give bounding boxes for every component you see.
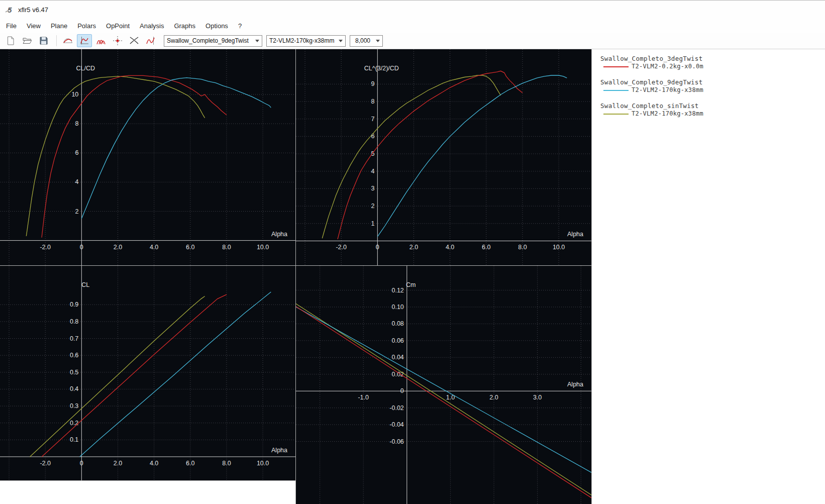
svg-text:2.0: 2.0 bbox=[409, 244, 418, 251]
svg-text:0.10: 0.10 bbox=[391, 304, 403, 311]
menu-item-file[interactable]: File bbox=[1, 20, 22, 32]
svg-text:6.0: 6.0 bbox=[482, 244, 490, 251]
operating-point-value: 8,000 bbox=[353, 37, 373, 44]
plane-select-dropdown[interactable]: Swallow_Completo_9degTwist bbox=[164, 35, 262, 47]
svg-text:0.06: 0.06 bbox=[391, 337, 403, 344]
window-title: xflr5 v6.47 bbox=[18, 6, 48, 14]
legend-plane-name: Swallow_Completo_sinTwist bbox=[592, 102, 825, 110]
cm-vs-alpha-chart[interactable]: -1.01.02.03.0-0.06-0.04-0.0200.020.040.0… bbox=[296, 266, 591, 504]
svg-text:2: 2 bbox=[75, 208, 78, 215]
crosshair-point-icon bbox=[112, 35, 123, 46]
svg-text:Alpha: Alpha bbox=[271, 447, 287, 454]
svg-text:10.0: 10.0 bbox=[257, 244, 269, 251]
open-file-button[interactable] bbox=[20, 34, 35, 47]
svg-text:0: 0 bbox=[400, 387, 404, 394]
operating-point-dropdown[interactable]: 8,000 bbox=[350, 35, 383, 47]
crossed-curves-icon bbox=[129, 35, 140, 46]
app-window: 5 xflr5 v6.47 File View Plane Polars OpP… bbox=[0, 0, 825, 504]
app-logo-icon: 5 bbox=[5, 5, 15, 15]
legend-polar-name: T2-VLM2-170kg-x38mm bbox=[632, 86, 703, 94]
main-area: -2.002.04.06.08.010.0246810CL/CDAlpha -2… bbox=[0, 49, 825, 504]
empty-area bbox=[0, 481, 295, 504]
svg-text:0.12: 0.12 bbox=[391, 287, 403, 294]
cp-view-button[interactable] bbox=[143, 34, 158, 47]
legend-entry: Swallow_Completo_sinTwist T2-VLM2-170kg-… bbox=[592, 102, 825, 118]
svg-text:10.0: 10.0 bbox=[553, 244, 565, 251]
svg-text:4.0: 4.0 bbox=[150, 244, 158, 251]
menu-item-polars[interactable]: Polars bbox=[72, 20, 101, 32]
svg-text:-0.04: -0.04 bbox=[389, 421, 404, 428]
chevron-down-icon bbox=[255, 40, 259, 42]
open-folder-icon bbox=[22, 36, 32, 46]
clcd-vs-alpha-chart[interactable]: -2.002.04.06.08.010.0246810CL/CDAlpha bbox=[0, 49, 295, 265]
svg-text:CL/CD: CL/CD bbox=[76, 65, 95, 72]
chevron-down-icon bbox=[376, 40, 380, 42]
charts-area: -2.002.04.06.08.010.0246810CL/CDAlpha -2… bbox=[0, 49, 592, 504]
airfoil-view-button[interactable] bbox=[60, 34, 75, 47]
toolbar: Swallow_Completo_9degTwist T2-VLM2-170kg… bbox=[0, 33, 825, 49]
svg-text:0.5: 0.5 bbox=[70, 369, 78, 376]
legend-plane-name: Swallow_Completo_9degTwist bbox=[592, 78, 825, 86]
menu-item-graphs[interactable]: Graphs bbox=[169, 20, 200, 32]
svg-text:0.2: 0.2 bbox=[70, 420, 78, 427]
polar-view-button[interactable] bbox=[93, 34, 109, 47]
oppoint-view-button[interactable] bbox=[77, 34, 92, 47]
svg-text:8: 8 bbox=[75, 120, 78, 127]
menu-item-oppoint[interactable]: OpPoint bbox=[101, 20, 135, 32]
svg-text:2.0: 2.0 bbox=[114, 244, 122, 251]
svg-text:0.02: 0.02 bbox=[391, 371, 403, 378]
svg-text:0.8: 0.8 bbox=[70, 318, 78, 325]
menu-item-analysis[interactable]: Analysis bbox=[135, 20, 169, 32]
chevron-down-icon bbox=[339, 40, 343, 42]
polar-curves-icon bbox=[95, 35, 107, 46]
menu-item-view[interactable]: View bbox=[22, 20, 46, 32]
svg-text:-0.02: -0.02 bbox=[389, 405, 404, 412]
svg-text:Alpha: Alpha bbox=[567, 381, 583, 388]
legend-line-sample bbox=[603, 66, 629, 67]
plane-select-value: Swallow_Completo_9degTwist bbox=[167, 37, 249, 44]
svg-text:0: 0 bbox=[376, 244, 379, 251]
menu-item-plane[interactable]: Plane bbox=[46, 20, 72, 32]
svg-text:6.0: 6.0 bbox=[186, 460, 194, 467]
stability-view-button[interactable] bbox=[127, 34, 142, 47]
svg-text:0: 0 bbox=[80, 244, 83, 251]
svg-text:2: 2 bbox=[371, 203, 374, 210]
svg-text:0: 0 bbox=[80, 460, 83, 467]
svg-text:7: 7 bbox=[371, 116, 374, 123]
svg-text:-2.0: -2.0 bbox=[40, 460, 51, 467]
legend-polar-name: T2-VLM2-0.2kg-x0.0m bbox=[632, 63, 703, 70]
svg-text:0.08: 0.08 bbox=[391, 320, 403, 327]
cl-vs-alpha-chart[interactable]: -2.002.04.06.08.010.00.10.20.30.40.50.60… bbox=[0, 266, 295, 480]
svg-text:4: 4 bbox=[75, 178, 78, 185]
svg-text:0.1: 0.1 bbox=[70, 436, 78, 443]
legend-line-sample bbox=[603, 114, 629, 115]
opp-point-view-button[interactable] bbox=[110, 34, 125, 47]
legend-entry: Swallow_Completo_3degTwist T2-VLM2-0.2kg… bbox=[592, 54, 825, 70]
cl32cd-vs-alpha-chart[interactable]: -2.002.04.06.08.010.0123456789CL^(3/2)/C… bbox=[296, 49, 591, 265]
svg-text:3: 3 bbox=[371, 185, 374, 192]
airfoil-icon bbox=[62, 35, 73, 46]
svg-text:-0.06: -0.06 bbox=[389, 438, 404, 445]
opp-curve-icon bbox=[79, 35, 90, 46]
save-button[interactable] bbox=[36, 34, 51, 47]
menu-item-help[interactable]: ? bbox=[233, 20, 247, 32]
svg-text:Cm: Cm bbox=[406, 281, 416, 288]
svg-text:0.6: 0.6 bbox=[70, 352, 78, 359]
cp-curve-icon bbox=[145, 35, 156, 46]
svg-text:0.3: 0.3 bbox=[70, 402, 78, 410]
svg-text:Alpha: Alpha bbox=[567, 231, 583, 238]
new-project-button[interactable] bbox=[3, 34, 18, 47]
svg-text:4: 4 bbox=[371, 168, 374, 175]
svg-text:0.9: 0.9 bbox=[70, 301, 78, 308]
menu-item-options[interactable]: Options bbox=[200, 20, 233, 32]
polar-select-dropdown[interactable]: T2-VLM2-170kg-x38mm bbox=[266, 35, 346, 47]
legend-line-sample bbox=[603, 90, 629, 91]
svg-text:5: 5 bbox=[8, 6, 12, 14]
save-floppy-icon bbox=[39, 36, 49, 46]
menu-bar: File View Plane Polars OpPoint Analysis … bbox=[0, 19, 825, 33]
svg-text:3.0: 3.0 bbox=[533, 394, 542, 401]
svg-text:Alpha: Alpha bbox=[271, 231, 287, 238]
svg-text:4.0: 4.0 bbox=[446, 244, 454, 251]
svg-text:9: 9 bbox=[371, 80, 374, 87]
svg-text:2.0: 2.0 bbox=[114, 460, 122, 467]
